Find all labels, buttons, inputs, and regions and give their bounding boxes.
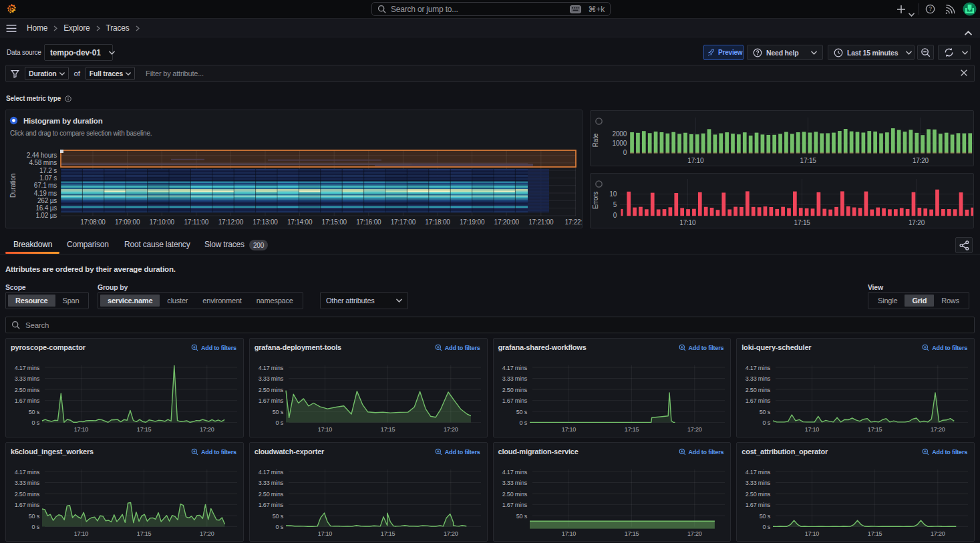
svg-text:50 s: 50 s [760, 513, 771, 520]
svg-text:17.2 s: 17.2 s [39, 167, 57, 174]
svg-text:17:22:0: 17:22:0 [564, 218, 582, 226]
svg-text:2.50 mins: 2.50 mins [746, 491, 771, 498]
svg-text:2.44 hours: 2.44 hours [27, 152, 57, 159]
svg-text:17:20: 17:20 [687, 426, 702, 433]
svg-text:17:10: 17:10 [679, 219, 696, 226]
svg-text:4.17 mins: 4.17 mins [502, 365, 527, 371]
svg-text:1.67 mins: 1.67 mins [259, 397, 284, 404]
svg-text:3.33 mins: 3.33 mins [502, 375, 527, 382]
svg-text:10: 10 [609, 190, 617, 198]
svg-text:17:13:00: 17:13:00 [253, 218, 278, 226]
svg-text:0 s: 0 s [32, 524, 40, 530]
svg-text:4.58 mins: 4.58 mins [29, 159, 57, 166]
svg-text:4.17 mins: 4.17 mins [502, 469, 527, 476]
svg-text:4.17 mins: 4.17 mins [15, 365, 40, 371]
svg-text:3.33 mins: 3.33 mins [259, 480, 284, 486]
svg-text:17:15: 17:15 [794, 219, 811, 226]
svg-text:1.02 µs: 1.02 µs [35, 212, 57, 219]
svg-text:2.50 mins: 2.50 mins [746, 387, 771, 393]
svg-text:5: 5 [613, 201, 617, 208]
svg-text:17:19:00: 17:19:00 [460, 218, 485, 226]
svg-text:17:15:00: 17:15:00 [322, 218, 347, 226]
svg-text:17:10: 17:10 [805, 426, 820, 433]
svg-text:50 s: 50 s [516, 513, 527, 520]
svg-text:4.17 mins: 4.17 mins [259, 365, 284, 371]
svg-text:17:20: 17:20 [931, 426, 945, 433]
svg-text:17:10: 17:10 [687, 157, 704, 164]
svg-text:17:10: 17:10 [317, 426, 332, 433]
svg-text:3.33 mins: 3.33 mins [746, 375, 771, 382]
svg-text:4.17 mins: 4.17 mins [746, 469, 771, 476]
svg-text:17:12:00: 17:12:00 [218, 218, 244, 226]
svg-text:50 s: 50 s [29, 409, 40, 415]
svg-text:17:10: 17:10 [561, 530, 576, 537]
svg-text:16.4 µs: 16.4 µs [35, 204, 57, 212]
svg-text:50 s: 50 s [273, 409, 284, 415]
svg-text:17:20: 17:20 [200, 426, 214, 433]
svg-text:1000: 1000 [613, 140, 627, 147]
svg-text:50 s: 50 s [273, 513, 284, 520]
svg-text:17:11:00: 17:11:00 [184, 218, 209, 226]
svg-text:3.33 mins: 3.33 mins [746, 480, 771, 486]
svg-text:17:18:00: 17:18:00 [425, 218, 450, 226]
svg-text:1.67 mins: 1.67 mins [259, 502, 284, 508]
svg-text:262 µs: 262 µs [37, 197, 57, 204]
svg-text:Duration: Duration [9, 174, 17, 198]
svg-text:17:20: 17:20 [444, 426, 458, 433]
svg-text:2.50 mins: 2.50 mins [259, 387, 284, 393]
svg-text:17:10: 17:10 [74, 426, 89, 433]
svg-text:17:20: 17:20 [931, 530, 945, 537]
svg-text:1.67 mins: 1.67 mins [502, 502, 527, 508]
svg-text:17:10: 17:10 [805, 530, 820, 537]
svg-text:4.17 mins: 4.17 mins [259, 469, 284, 476]
svg-text:67.1 ms: 67.1 ms [34, 182, 57, 189]
svg-text:Rate: Rate [592, 133, 599, 147]
svg-text:0 s: 0 s [763, 524, 771, 530]
svg-text:17:15: 17:15 [868, 530, 882, 537]
svg-text:17:20:00: 17:20:00 [494, 218, 520, 226]
svg-text:2.50 mins: 2.50 mins [502, 387, 527, 393]
svg-text:17:16:00: 17:16:00 [356, 218, 381, 226]
svg-text:1.67 mins: 1.67 mins [15, 502, 40, 508]
svg-text:Errors: Errors [592, 192, 599, 209]
svg-text:3.33 mins: 3.33 mins [259, 375, 284, 382]
svg-text:17:15: 17:15 [381, 426, 395, 433]
svg-text:1.67 mins: 1.67 mins [746, 502, 771, 508]
svg-text:17:21:00: 17:21:00 [528, 218, 554, 226]
svg-text:2000: 2000 [613, 130, 627, 138]
svg-text:17:09:00: 17:09:00 [115, 218, 140, 226]
svg-text:17:20: 17:20 [909, 219, 925, 226]
svg-text:17:15: 17:15 [624, 530, 639, 537]
svg-text:50 s: 50 s [29, 513, 40, 520]
svg-text:0 s: 0 s [275, 524, 283, 530]
svg-text:17:10: 17:10 [74, 530, 89, 537]
svg-text:4.17 mins: 4.17 mins [15, 469, 40, 476]
svg-text:17:15: 17:15 [800, 157, 817, 164]
svg-text:0 s: 0 s [763, 419, 771, 426]
svg-text:17:15: 17:15 [137, 530, 152, 537]
svg-text:0 s: 0 s [519, 419, 527, 426]
svg-text:17:10: 17:10 [317, 530, 332, 537]
svg-text:3.33 mins: 3.33 mins [502, 480, 527, 486]
svg-text:17:10: 17:10 [561, 426, 576, 433]
svg-text:4.19 ms: 4.19 ms [34, 190, 57, 197]
svg-text:0 s: 0 s [275, 419, 283, 426]
svg-text:17:15: 17:15 [868, 426, 882, 433]
svg-text:2.50 mins: 2.50 mins [15, 387, 40, 393]
svg-text:17:17:00: 17:17:00 [391, 218, 416, 226]
svg-text:0: 0 [613, 212, 617, 219]
svg-text:17:20: 17:20 [913, 157, 929, 164]
svg-text:17:20: 17:20 [687, 530, 702, 537]
svg-text:17:15: 17:15 [381, 530, 395, 537]
svg-text:3.33 mins: 3.33 mins [15, 375, 40, 382]
svg-text:?: ? [929, 5, 932, 12]
svg-text:17:08:00: 17:08:00 [80, 218, 106, 226]
svg-text:50 s: 50 s [760, 409, 771, 415]
svg-text:2.50 mins: 2.50 mins [15, 491, 40, 498]
svg-text:2.50 mins: 2.50 mins [502, 491, 527, 498]
svg-text:0: 0 [623, 149, 627, 156]
svg-text:17:14:00: 17:14:00 [287, 218, 313, 226]
svg-text:1.67 mins: 1.67 mins [502, 397, 527, 404]
svg-text:2.50 mins: 2.50 mins [259, 491, 284, 498]
svg-text:50 s: 50 s [516, 409, 527, 415]
